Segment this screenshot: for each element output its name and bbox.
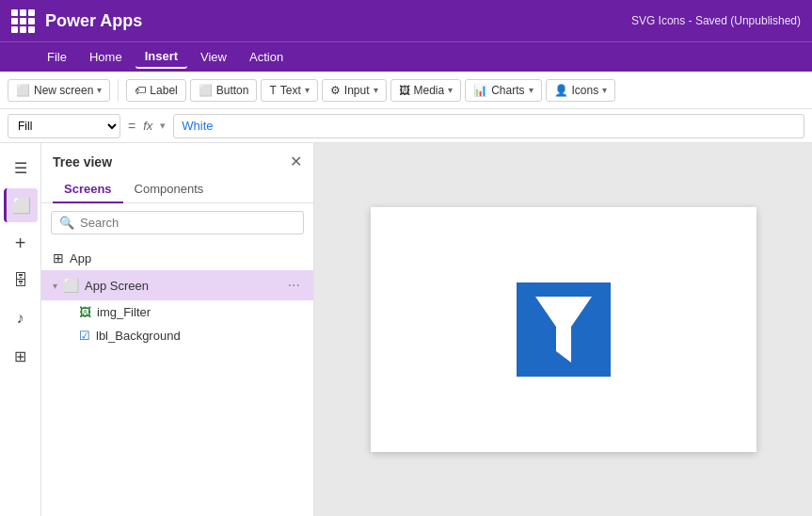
screen-canvas xyxy=(371,207,756,452)
equals-sign: = xyxy=(128,119,135,134)
menu-home[interactable]: Home xyxy=(80,46,132,68)
tree-item-lbl-background[interactable]: ☑ lbl_Background xyxy=(41,324,313,347)
sidebar-icon-add[interactable]: + xyxy=(4,226,38,260)
filter-icon-container xyxy=(517,282,611,377)
property-select[interactable]: Fill xyxy=(8,114,120,138)
text-button[interactable]: T Text ▾ xyxy=(261,79,317,102)
menu-file[interactable]: File xyxy=(38,46,76,68)
charts-button[interactable]: 📊 Charts ▾ xyxy=(465,79,541,102)
menu-view[interactable]: View xyxy=(191,46,236,68)
input-button[interactable]: ⚙ Input ▾ xyxy=(322,79,387,102)
lbl-background-label: lbl_Background xyxy=(96,329,181,343)
formula-input[interactable] xyxy=(173,114,804,138)
screen-icon: ⬜ xyxy=(16,84,30,97)
search-input[interactable] xyxy=(80,216,295,230)
tab-components[interactable]: Components xyxy=(123,176,215,203)
text-icon: T xyxy=(269,84,276,97)
sidebar-icon-menu[interactable]: ☰ xyxy=(4,151,38,185)
side-icons-panel: ☰ ⬜ + 🗄 ♪ ⊞ xyxy=(0,143,41,516)
tree-header: Tree view ✕ xyxy=(41,143,313,176)
waffle-icon[interactable] xyxy=(11,9,34,32)
button-icon: ⬜ xyxy=(199,84,213,97)
tree-item-appscreen[interactable]: ▾ ⬜ App Screen ··· xyxy=(41,270,313,300)
tree-title: Tree view xyxy=(53,154,112,169)
screen-icon: ⬜ xyxy=(63,278,79,293)
label-icon: ☑ xyxy=(79,329,90,343)
sidebar-icon-data[interactable]: 🗄 xyxy=(4,264,38,298)
icons-icon: 👤 xyxy=(554,84,568,97)
new-screen-button[interactable]: ⬜ New screen ▾ xyxy=(8,79,110,102)
toolbar: ⬜ New screen ▾ 🏷 Label ⬜ Button T Text ▾… xyxy=(0,72,812,109)
menu-action[interactable]: Action xyxy=(240,46,293,68)
sidebar-icon-media[interactable]: ♪ xyxy=(4,301,38,335)
more-options-icon[interactable]: ··· xyxy=(286,275,302,296)
charts-icon: 📊 xyxy=(473,84,487,97)
input-chevron: ▾ xyxy=(374,85,378,95)
app-icon: ⊞ xyxy=(53,250,64,266)
media-chevron: ▾ xyxy=(448,85,453,95)
search-icon: 🔍 xyxy=(59,216,74,230)
input-icon: ⚙ xyxy=(330,84,341,97)
icons-chevron: ▾ xyxy=(602,85,607,95)
chevron-down-icon: ▾ xyxy=(160,120,166,132)
new-screen-chevron: ▾ xyxy=(97,85,102,95)
label-icon: 🏷 xyxy=(135,84,146,97)
canvas-area[interactable] xyxy=(314,143,812,516)
svg-marker-0 xyxy=(535,297,592,363)
saved-status: SVG Icons - Saved (Unpublished) xyxy=(631,14,801,27)
filter-svg-icon xyxy=(535,297,592,363)
charts-chevron: ▾ xyxy=(529,85,533,95)
icons-button[interactable]: 👤 Icons ▾ xyxy=(546,79,616,102)
tab-screens[interactable]: Screens xyxy=(53,176,123,203)
tree-item-img-filter[interactable]: 🖼 img_Filter xyxy=(41,300,313,324)
menu-insert[interactable]: Insert xyxy=(135,45,187,69)
sidebar-icon-controls[interactable]: ⊞ xyxy=(4,339,38,373)
app-title: Power Apps xyxy=(45,11,142,31)
search-container: 🔍 xyxy=(51,211,304,234)
tree-items: ⊞ App ▾ ⬜ App Screen ··· 🖼 img_Filter ☑ … xyxy=(41,242,313,351)
menu-bar: File Home Insert View Action xyxy=(0,41,812,72)
text-chevron: ▾ xyxy=(305,85,310,95)
fx-label: fx xyxy=(143,119,152,133)
label-button[interactable]: 🏷 Label xyxy=(126,79,185,102)
close-button[interactable]: ✕ xyxy=(290,153,302,170)
appscreen-label: App Screen xyxy=(85,279,280,293)
expand-icon[interactable]: ▾ xyxy=(53,281,57,291)
media-button[interactable]: 🖼 Media ▾ xyxy=(390,79,462,102)
img-filter-label: img_Filter xyxy=(97,305,151,319)
tree-tabs: Screens Components xyxy=(41,176,313,203)
button-button[interactable]: ⬜ Button xyxy=(190,79,258,102)
app-label: App xyxy=(70,251,302,266)
tree-item-app[interactable]: ⊞ App xyxy=(41,246,313,270)
formula-bar: Fill = fx ▾ xyxy=(0,109,812,143)
title-bar: Power Apps SVG Icons - Saved (Unpublishe… xyxy=(0,0,812,41)
tree-panel: Tree view ✕ Screens Components 🔍 ⊞ App ▾… xyxy=(41,143,314,516)
main-layout: ☰ ⬜ + 🗄 ♪ ⊞ Tree view ✕ Screens Componen… xyxy=(0,143,812,516)
sidebar-icon-treeview[interactable]: ⬜ xyxy=(4,188,38,222)
separator-1 xyxy=(118,79,119,102)
media-icon: 🖼 xyxy=(399,84,410,97)
image-icon: 🖼 xyxy=(79,305,91,319)
